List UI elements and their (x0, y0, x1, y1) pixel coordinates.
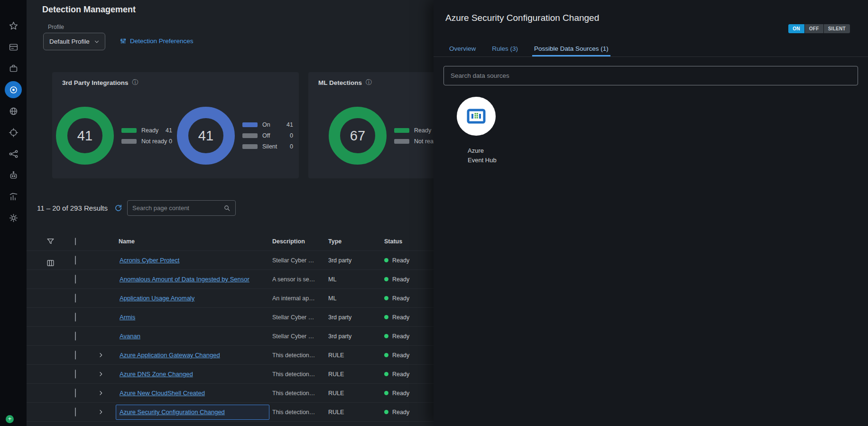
column-header-status[interactable]: Status (384, 238, 434, 245)
checkbox-cell (69, 294, 91, 303)
tab-rules-3[interactable]: Rules (3) (492, 41, 518, 56)
donut-chart: 41On41Off0Silent0 (177, 107, 293, 165)
detection-link[interactable]: Anomalous Amount of Data Ingested by Sen… (120, 276, 249, 283)
legend-swatch (242, 144, 258, 149)
row-checkbox[interactable] (75, 407, 76, 417)
card-title: 3rd Party Integrationsⓘ (62, 78, 139, 87)
toggle-silent[interactable]: SILENT (824, 24, 850, 33)
toggle-on[interactable]: ON (788, 24, 804, 33)
description-cell: This detection… (272, 352, 328, 359)
data-source-search-input[interactable] (451, 72, 851, 79)
info-icon[interactable]: ⓘ (132, 78, 139, 87)
chevron-right-icon[interactable] (98, 390, 116, 396)
donut-ring: 41 (56, 107, 114, 165)
sidebar-item-globe[interactable] (5, 102, 22, 120)
detection-link[interactable]: Application Usage Anomaly (120, 295, 194, 302)
select-all-checkbox[interactable] (75, 238, 76, 245)
results-count: 11 – 20 of 293 Results (37, 204, 108, 212)
detail-panel: Azure Security Configuration Changed ONO… (434, 0, 868, 426)
legend-swatch (242, 122, 258, 127)
status-cell: Ready (384, 333, 434, 340)
sidebar-item-briefcase[interactable] (5, 60, 22, 77)
status-dot (384, 258, 388, 262)
row-checkbox[interactable] (75, 351, 76, 360)
row-checkbox[interactable] (75, 370, 76, 379)
sidebar-item-gear[interactable] (5, 209, 22, 226)
detection-link[interactable]: Azure New CloudShell Created (120, 389, 205, 397)
row-checkbox[interactable] (75, 313, 76, 322)
detection-link[interactable]: Azure Security Configuration Changed (120, 408, 225, 416)
toggle-off[interactable]: OFF (805, 24, 823, 33)
table-row: Azure New CloudShell CreatedThis detecti… (27, 384, 434, 403)
data-source-label: Azure Event Hub (468, 146, 497, 165)
results-bar: 11 – 20 of 293 Results (37, 199, 236, 216)
page-search-input[interactable] (132, 204, 223, 212)
sidebar-item-card[interactable] (5, 38, 22, 56)
status-cell: Ready (384, 409, 434, 416)
row-checkbox[interactable] (75, 294, 76, 303)
sidebar-item-chart[interactable] (5, 188, 22, 205)
chevron-down-icon (93, 38, 100, 45)
status-dot (384, 277, 388, 281)
name-cell: Avanan (116, 329, 269, 344)
legend-label: Ready (414, 127, 431, 134)
status-dot (384, 391, 388, 395)
sidebar-item-star[interactable] (5, 17, 22, 34)
panel-tabs: OverviewRules (3)Possible Data Sources (… (434, 41, 868, 57)
profile-dropdown[interactable]: Default Profile (43, 33, 105, 50)
data-source-tile[interactable]: Azure Event Hub (457, 97, 509, 165)
checkbox-cell (69, 351, 91, 360)
legend-label: Not ready (141, 138, 167, 145)
legend-row: Silent0 (242, 143, 293, 150)
card-icon (9, 42, 18, 52)
description-cell: A sensor is se… (272, 276, 328, 283)
table-row: Application Usage AnomalyAn internal ap…… (27, 289, 434, 308)
chevron-right-icon[interactable] (98, 352, 116, 358)
status-dot (384, 410, 388, 414)
card-title-text: ML Detections (318, 79, 362, 86)
legend-label: Silent (262, 143, 277, 150)
type-cell: RULE (328, 409, 384, 416)
sidebar-item-radar[interactable] (5, 81, 22, 98)
type-cell: RULE (328, 390, 384, 397)
legend-swatch (121, 139, 137, 144)
detection-link[interactable]: Azure Application Gateway Changed (120, 352, 220, 359)
detection-preferences-link[interactable]: Detection Preferences (120, 37, 194, 45)
globe-icon (9, 106, 18, 116)
detection-link[interactable]: Azure DNS Zone Changed (120, 370, 193, 378)
detection-link[interactable]: Acronis Cyber Protect (120, 257, 179, 264)
chevron-right-icon[interactable] (98, 409, 116, 415)
tab-overview[interactable]: Overview (449, 41, 476, 56)
column-header-type[interactable]: Type (328, 238, 384, 245)
description-cell: An internal ap… (272, 295, 328, 302)
gear-icon (9, 213, 18, 223)
type-cell: ML (328, 295, 384, 302)
column-header-name[interactable]: Name (116, 238, 272, 245)
detections-table: Name Description Type Status Acronis Cyb… (27, 232, 434, 422)
tab-possible-data-sources-1[interactable]: Possible Data Sources (1) (534, 41, 609, 56)
info-icon[interactable]: ⓘ (366, 78, 372, 87)
row-checkbox[interactable] (75, 275, 76, 284)
status-label: Ready (392, 371, 409, 378)
table-row: Anomalous Amount of Data Ingested by Sen… (27, 270, 434, 289)
sidebar-item-nodes[interactable] (5, 145, 22, 162)
sidebar-item-bot[interactable] (5, 167, 22, 184)
main-content: Detection Management Profile Default Pro… (27, 0, 434, 426)
name-cell: Azure DNS Zone Changed (116, 367, 269, 382)
refresh-icon[interactable] (114, 204, 122, 212)
detection-link[interactable]: Avanan (120, 333, 140, 340)
data-source-search (443, 66, 858, 85)
detection-link[interactable]: Armis (120, 314, 135, 321)
sidebar-item-crosshair[interactable] (5, 124, 22, 141)
add-button[interactable]: + (6, 415, 14, 423)
row-checkbox[interactable] (75, 332, 76, 341)
type-cell: RULE (328, 371, 384, 378)
chevron-right-icon[interactable] (98, 371, 116, 377)
status-label: Ready (392, 276, 409, 283)
row-checkbox[interactable] (75, 256, 76, 265)
checkbox-cell (69, 332, 91, 341)
briefcase-icon (9, 64, 18, 74)
row-checkbox[interactable] (75, 389, 76, 398)
column-header-description[interactable]: Description (272, 238, 328, 245)
star-icon (9, 21, 18, 31)
